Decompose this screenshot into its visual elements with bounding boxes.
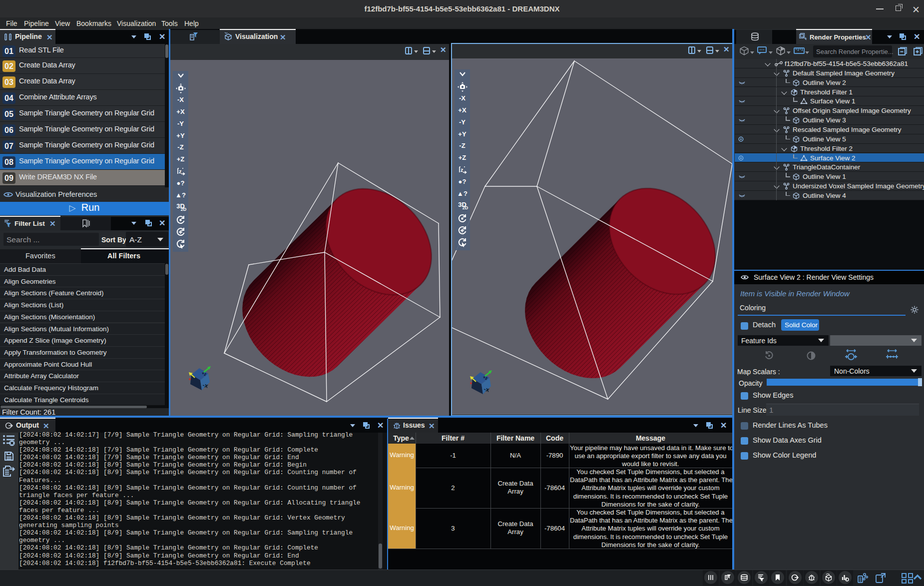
svg-text:-x: -x <box>483 385 490 393</box>
svg-text:-x: -x <box>202 381 209 389</box>
